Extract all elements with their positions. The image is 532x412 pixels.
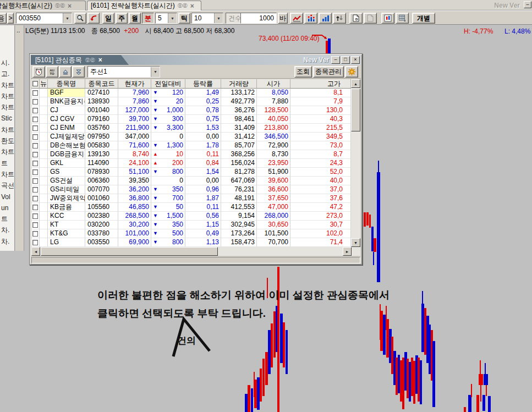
table-row[interactable]: KCC002380268,500▼1,5000,569,154268,00027…: [31, 212, 351, 221]
table-row[interactable]: KB금융10556046,850▼500,11412,55347,00047,2: [31, 203, 351, 212]
sidebar-item[interactable]: 차트: [0, 169, 14, 180]
watchlist-group-combo[interactable]: 주선1 ▼: [87, 66, 160, 78]
checkbox[interactable]: [32, 152, 38, 157]
nav-expand-button[interactable]: >: [7, 13, 14, 24]
sidebar-item[interactable]: Stic: [0, 113, 14, 124]
sidebar-item[interactable]: 차.: [0, 236, 14, 247]
vertical-scrollbar[interactable]: ▲ ▼: [351, 79, 360, 247]
sidebar-item[interactable]: 차트: [0, 146, 14, 157]
save-doc-button[interactable]: D: [349, 13, 363, 24]
col-open[interactable]: 시가: [257, 79, 290, 89]
checkbox[interactable]: [32, 240, 38, 245]
checkbox[interactable]: [32, 169, 38, 175]
checkbox[interactable]: [32, 108, 38, 113]
watchlist-title-bar[interactable]: [5101] 관심종목 ⓖⓓ × New Ver – □ ×: [31, 55, 361, 65]
candle-view-button[interactable]: [381, 13, 394, 24]
checkbox[interactable]: [32, 81, 38, 86]
checkbox[interactable]: [32, 117, 38, 122]
table-row[interactable]: BGF0274107,960▼1201,49133,1728,0508,1: [31, 89, 351, 97]
horizontal-scrollbar[interactable]: ◄ ►: [31, 247, 360, 256]
line-chart-button[interactable]: [290, 13, 303, 24]
search-button[interactable]: [74, 13, 86, 24]
col-volume[interactable]: 거래량: [221, 79, 257, 89]
sidebar-item[interactable]: 환도: [0, 135, 14, 146]
col-new[interactable]: 뉴: [40, 79, 48, 89]
chevron-down-icon[interactable]: ▼: [151, 67, 160, 77]
table-row[interactable]: BNK금융지주1389307,860▼200,25492,7797,8807,9: [31, 97, 351, 106]
scroll-up-icon[interactable]: ▲: [351, 79, 360, 88]
sidebar-item[interactable]: 차트: [0, 80, 14, 91]
table-row[interactable]: LG00355069,900▼8001,13158,47370,70071,4: [31, 238, 351, 247]
select-all-header[interactable]: [31, 79, 40, 89]
individual-button[interactable]: 개별: [412, 13, 435, 24]
sidebar-item[interactable]: 차트: [0, 102, 14, 113]
table-row[interactable]: DB손해보험00583071,600▼1,3001,7885,70772,900…: [31, 141, 351, 150]
checkbox[interactable]: [32, 222, 38, 228]
minute-interval-combo[interactable]: 5 ▼: [155, 13, 177, 24]
grid-view-button[interactable]: [396, 13, 409, 24]
sidebar-item[interactable]: 차.: [0, 224, 14, 235]
table-row[interactable]: KT&G033780101,000▼5000,49173,264101,5001…: [31, 229, 351, 238]
sidebar-item[interactable]: un: [0, 202, 14, 213]
col-change[interactable]: 전일대비: [151, 79, 185, 89]
move-down-button[interactable]: [72, 66, 85, 78]
bar-count-input[interactable]: [240, 13, 277, 24]
sidebar-item[interactable]: Vol: [0, 191, 14, 202]
col-rate[interactable]: 등락률: [185, 79, 221, 89]
tab-chart-6101[interactable]: [6101] 전략실행차트(실시간) ⓖⓓ ×: [87, 1, 201, 10]
checkbox[interactable]: [32, 125, 38, 131]
table-row[interactable]: GS07893051,100▼8001,5481,27851,90052,0: [31, 168, 351, 177]
checkbox[interactable]: [32, 205, 38, 210]
checkbox[interactable]: [32, 143, 38, 149]
scroll-left-icon[interactable]: ◄: [31, 247, 40, 256]
chevron-down-icon[interactable]: ▼: [214, 13, 223, 23]
panel-divider[interactable]: [15, 25, 24, 251]
manage-stocks-button[interactable]: 종목관리: [313, 66, 344, 78]
query-button[interactable]: 조회: [294, 66, 312, 78]
period-month-button[interactable]: 월: [129, 13, 141, 24]
table-row[interactable]: JW중외제약00106036,800▼7001,8748,19137,65037…: [31, 194, 351, 203]
tab-close-icon[interactable]: ×: [190, 3, 194, 9]
col-price[interactable]: 현재가: [118, 79, 151, 89]
tab-chart-1[interactable]: 략실행차트(실시간) ⓖⓓ ×: [0, 1, 86, 10]
move-up-button[interactable]: [59, 66, 72, 78]
tab-close-icon[interactable]: ×: [98, 56, 102, 64]
chevron-down-icon[interactable]: ▼: [168, 13, 177, 23]
auto-button[interactable]: AUTO: [46, 66, 58, 78]
tab-close-icon[interactable]: ×: [68, 3, 72, 9]
alarm-button[interactable]: [32, 66, 45, 78]
prev-stock-button[interactable]: [87, 13, 100, 24]
bar-unit-button[interactable]: 바: [278, 13, 288, 24]
col-code[interactable]: 종목코드: [85, 79, 118, 89]
chevron-down-icon[interactable]: ▼: [63, 13, 72, 23]
table-row[interactable]: CJ001040127,000▼1,0000,7836,276128,50013…: [31, 106, 351, 115]
col-high[interactable]: 고가: [290, 79, 351, 89]
sort-updown-button[interactable]: [333, 13, 346, 24]
minimize-button[interactable]: –: [524, 1, 531, 8]
minimize-button[interactable]: –: [331, 56, 340, 64]
sidebar-item[interactable]: 트: [0, 158, 14, 169]
period-week-button[interactable]: 주: [116, 13, 128, 24]
table-row[interactable]: CJ ENM035760211,900▼3,3001,5331,409213,8…: [31, 124, 351, 133]
checkbox[interactable]: [32, 134, 38, 140]
checkbox[interactable]: [32, 187, 38, 193]
tick-button[interactable]: 틱: [178, 13, 190, 24]
checkbox[interactable]: [32, 231, 38, 237]
bar-signal-chart-button[interactable]: [304, 13, 317, 24]
checkbox[interactable]: [32, 161, 38, 166]
watchlist-title-tab[interactable]: [5101] 관심종목 ⓖⓓ ×: [31, 55, 129, 65]
bar-chart-button[interactable]: [319, 13, 332, 24]
sidebar-item[interactable]: 고.: [0, 68, 14, 79]
sidebar-item[interactable]: 차트: [0, 91, 14, 102]
scroll-down-icon[interactable]: ▼: [351, 238, 360, 247]
sidebar-item[interactable]: 곡선: [0, 180, 14, 191]
close-button[interactable]: ×: [351, 56, 360, 64]
sidebar-item[interactable]: 시.: [0, 57, 14, 68]
sidebar-item[interactable]: 차트: [0, 124, 14, 135]
scroll-right-icon[interactable]: ►: [343, 247, 352, 256]
table-row[interactable]: CJ제일제당097950347,00000,0031,412346,500349…: [31, 133, 351, 141]
checkbox[interactable]: [32, 90, 38, 96]
maximize-button[interactable]: □: [341, 56, 350, 64]
table-row[interactable]: GS건설00636039,35000,00647,06939,60040,0: [31, 177, 351, 185]
table-row[interactable]: DGB금융지주1391308,740▲100,11368,2568,7308,7: [31, 150, 351, 159]
